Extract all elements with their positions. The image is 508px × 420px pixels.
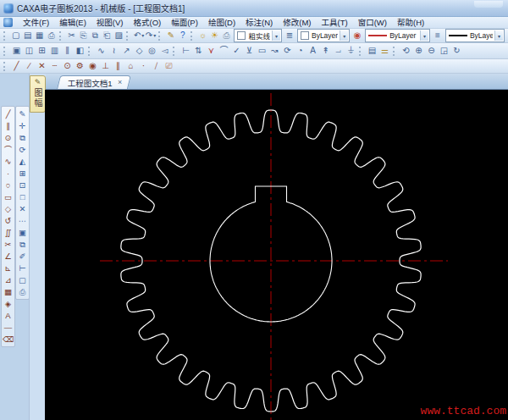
- layer-lamp-icon[interactable]: ☀: [209, 30, 221, 41]
- linear-dimension-icon[interactable]: ⊢: [179, 45, 192, 57]
- profile-icon[interactable]: ◅: [158, 45, 171, 57]
- draw-text-icon[interactable]: A: [3, 310, 14, 321]
- copy-with-basepoint-icon[interactable]: ⧉: [89, 30, 101, 41]
- draw-rectangle-icon[interactable]: ▭: [3, 191, 14, 202]
- zoom-in-icon[interactable]: ⊕: [412, 45, 425, 57]
- welding-symbol-icon[interactable]: ⏚: [345, 45, 357, 57]
- help-icon[interactable]: ?: [177, 30, 189, 41]
- menu-tools[interactable]: 工具(T): [317, 17, 353, 28]
- draw-arc-icon[interactable]: ⌒: [3, 144, 14, 155]
- polyline-icon[interactable]: ≀: [108, 45, 120, 57]
- format-brush-icon[interactable]: ⎚: [163, 60, 175, 72]
- color-combo-dropdown-arrow[interactable]: ▾: [340, 30, 348, 41]
- trace-icon[interactable]: ◎: [146, 45, 158, 57]
- draw-angle-icon[interactable]: ∠: [3, 251, 14, 262]
- paste-icon[interactable]: ⎗: [101, 30, 113, 41]
- draw-cut-icon[interactable]: ✂: [3, 239, 14, 250]
- line-dashed-icon[interactable]: ┄: [48, 60, 61, 72]
- modify-dimension-icon[interactable]: ⊢: [17, 262, 28, 274]
- modify-zoom-frame-icon[interactable]: □: [17, 191, 28, 202]
- arrow-up-icon[interactable]: ↟: [319, 45, 332, 57]
- leader-annotation-icon[interactable]: ⋎: [205, 45, 218, 57]
- layer-print-icon[interactable]: ⎙: [221, 30, 233, 41]
- menu-file[interactable]: 文件(F): [18, 17, 54, 28]
- draw-line-icon[interactable]: ╱: [3, 108, 14, 119]
- menu-window[interactable]: 窗口(W): [353, 17, 392, 28]
- lineweight-combo-dropdown-arrow[interactable]: ▾: [494, 30, 503, 41]
- draw-parallel-icon[interactable]: ∥: [3, 120, 14, 131]
- curve-dimension-icon[interactable]: ↝: [268, 45, 281, 57]
- modify-frame-icon[interactable]: ⊡: [17, 180, 28, 191]
- perpendicular-icon[interactable]: ⊥: [99, 60, 112, 72]
- draw-point-icon[interactable]: ·: [3, 168, 14, 179]
- copy-icon[interactable]: ⎘: [77, 30, 89, 41]
- drawing-canvas[interactable]: www.ttcad.com: [45, 90, 508, 420]
- open-icon[interactable]: ▤: [22, 30, 34, 41]
- redo-dropdown-arrow[interactable]: ▾: [153, 30, 156, 41]
- modify-print-icon[interactable]: ⎙: [17, 286, 28, 297]
- linetype-manager-icon[interactable]: ≡: [432, 30, 444, 41]
- redo-icon[interactable]: ↷▾: [145, 30, 157, 41]
- draw-spline-icon[interactable]: ∿: [3, 156, 14, 167]
- draw-formula-icon[interactable]: ∬: [3, 227, 14, 238]
- ruler-style-icon[interactable]: ⚌: [378, 45, 391, 57]
- text-annotation-icon[interactable]: A: [306, 45, 319, 57]
- roughness-symbol-icon[interactable]: ⏗: [332, 45, 345, 57]
- modify-display-icon[interactable]: ▢: [17, 274, 28, 285]
- layer-manager-icon[interactable]: ≣: [284, 30, 295, 41]
- sheet-panel-tab[interactable]: ✎ 图幅: [30, 75, 46, 113]
- layer-combo-dropdown-arrow[interactable]: ▾: [272, 30, 280, 41]
- leader-arrow-icon[interactable]: ↗: [120, 45, 133, 57]
- angle-bisector-icon[interactable]: ⧸: [150, 60, 163, 72]
- table-edit-icon[interactable]: ◧: [74, 45, 86, 57]
- modify-copy-icon[interactable]: ⧉: [17, 132, 28, 143]
- menu-view[interactable]: 视图(V): [91, 17, 129, 28]
- check-dimension-icon[interactable]: ✓: [230, 45, 243, 57]
- pan-view-icon[interactable]: ↻: [450, 45, 463, 57]
- chamfer-shape-icon[interactable]: ⌂: [124, 60, 137, 72]
- table-split-icon[interactable]: ⫼: [61, 45, 74, 57]
- draw-hatch-icon[interactable]: ▦: [3, 286, 14, 297]
- ole-object-icon[interactable]: ✎: [165, 30, 177, 41]
- sheet-settings-icon[interactable]: ▣: [10, 45, 23, 57]
- parallel-lines-icon[interactable]: ∥: [112, 60, 124, 72]
- undo-dropdown-arrow[interactable]: ▾: [141, 30, 144, 41]
- menu-dimension[interactable]: 标注(N): [240, 17, 278, 28]
- modify-pen-icon[interactable]: ✐: [17, 251, 28, 262]
- save-icon[interactable]: ▦: [34, 30, 46, 41]
- datum-symbol-icon[interactable]: ⊻: [243, 45, 256, 57]
- undo-icon[interactable]: ↶▾: [133, 30, 145, 41]
- menu-draw[interactable]: 绘图(D): [203, 17, 240, 28]
- draw-circle-icon[interactable]: ⊙: [3, 132, 14, 143]
- modify-sketch-icon[interactable]: ✎: [17, 108, 28, 119]
- paste-special-icon[interactable]: ▨: [113, 30, 124, 41]
- zoom-window-icon[interactable]: ◲: [438, 45, 450, 57]
- line-angle-icon[interactable]: ∕: [23, 60, 36, 72]
- point-tool-icon[interactable]: ·: [137, 60, 150, 72]
- pie-dimension-icon[interactable]: ◔: [294, 45, 306, 57]
- lineweight-combo[interactable]: ByLayer▾: [445, 29, 505, 42]
- view-refresh-icon[interactable]: ⟲: [400, 45, 412, 57]
- arc-dimension-icon[interactable]: ⌒: [218, 45, 230, 57]
- gear-generate-icon[interactable]: ⚙: [74, 60, 86, 72]
- bom-table-icon[interactable]: ▥: [48, 45, 61, 57]
- style-manager-icon[interactable]: ▤: [366, 45, 378, 57]
- draw-erase-icon[interactable]: ⌫: [3, 334, 14, 345]
- center-mark-icon[interactable]: ⟳: [281, 45, 294, 57]
- menu-help[interactable]: 帮助(H): [392, 17, 429, 28]
- parameter-table-icon[interactable]: ⊞: [36, 45, 48, 57]
- menu-sheet[interactable]: 幅面(P): [166, 17, 203, 28]
- modify-mirror-icon[interactable]: ◭: [17, 156, 28, 167]
- linetype-combo[interactable]: ByLayer▾: [365, 29, 430, 42]
- zoom-out-icon[interactable]: ⊖: [425, 45, 438, 57]
- color-combo[interactable]: ByLayer▾: [297, 29, 350, 42]
- draw-spiral-icon[interactable]: ↺: [3, 215, 14, 226]
- line-two-point-icon[interactable]: ╱: [10, 60, 23, 72]
- cut-icon[interactable]: ✂: [65, 30, 77, 41]
- linetype-combo-dropdown-arrow[interactable]: ▾: [420, 30, 428, 41]
- modify-move-icon[interactable]: ✛: [17, 120, 28, 131]
- modify-break-icon[interactable]: ✕: [17, 203, 28, 214]
- layer-visibility-icon[interactable]: ☼: [197, 30, 209, 41]
- menu-format[interactable]: 格式(O): [128, 17, 166, 28]
- print-icon[interactable]: ⎙: [46, 30, 58, 41]
